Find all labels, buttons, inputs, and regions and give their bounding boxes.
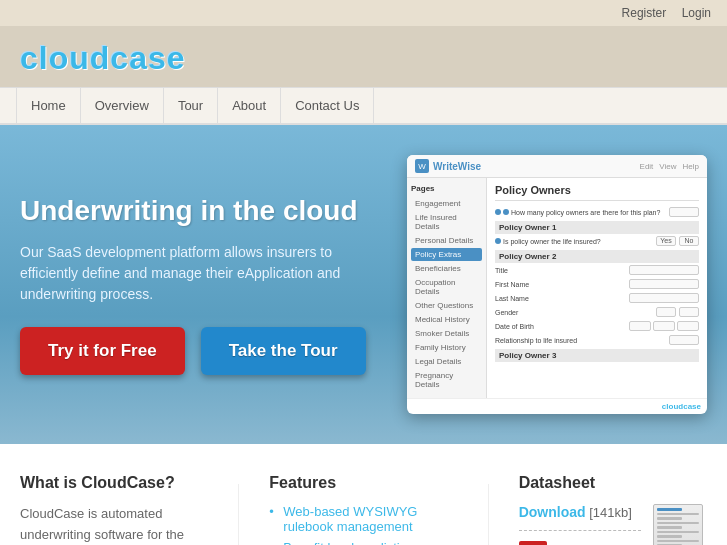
hero-description: Our SaaS development platform allows ins… <box>20 242 387 305</box>
features-title: Features <box>269 474 457 492</box>
thumb-line-8 <box>657 540 699 543</box>
datasheet-thumbnail <box>653 504 703 545</box>
app-field-lname <box>629 293 699 303</box>
sidebar-policy-extras: Policy Extras <box>411 248 482 261</box>
datasheet-download-link[interactable]: Download <box>519 504 586 520</box>
thumb-line-7 <box>657 535 682 538</box>
app-main-title: Policy Owners <box>495 184 699 201</box>
app-row-5: Last Name <box>495 293 699 303</box>
sidebar-life-insured: Life Insured Details <box>411 211 482 233</box>
sidebar-legal: Legal Details <box>411 355 482 368</box>
sidebar-personal: Personal Details <box>411 234 482 247</box>
sidebar-pregnancy: Pregnancy Details <box>411 369 482 391</box>
what-cloudcase-col: What is CloudCase? CloudCase is automate… <box>20 474 208 545</box>
nav-tour[interactable]: Tour <box>164 88 218 123</box>
what-para-1: CloudCase is automated underwriting soft… <box>20 504 208 545</box>
app-row-2: Is policy owner the life insured? Yes No <box>495 236 699 246</box>
sidebar-medical: Medical History <box>411 313 482 326</box>
sidebar-smoker: Smoker Details <box>411 327 482 340</box>
thumb-line-6 <box>657 531 699 534</box>
take-tour-button[interactable]: Take the Tour <box>201 327 366 375</box>
datasheet-main: Download [141kb] PDF Download Acrobat Re… <box>519 504 641 545</box>
app-row-4: First Name <box>495 279 699 289</box>
thumb-line-1 <box>657 508 682 511</box>
divider-1 <box>238 484 239 545</box>
hero-left: Underwriting in the cloud Our SaaS devel… <box>20 194 407 375</box>
thumb-line-5 <box>657 526 682 529</box>
app-row-6: Gender <box>495 307 699 317</box>
app-body: Pages Engagement Life Insured Details Pe… <box>407 178 707 398</box>
divider-2 <box>488 484 489 545</box>
datasheet-divider <box>519 530 641 531</box>
datasheet-acrobat-row: PDF Download Acrobat Reader <box>519 541 641 545</box>
app-section-owner2: Policy Owner 2 <box>495 250 699 263</box>
sidebar-beneficiaries: Beneficiaries <box>411 262 482 275</box>
sidebar-engagement: Engagement <box>411 197 482 210</box>
app-main-content: Policy Owners How many policy owners are… <box>487 178 707 398</box>
datasheet-col: Datasheet Download [141kb] PDF Download … <box>519 474 707 545</box>
app-section-owner3: Policy Owner 3 <box>495 349 699 362</box>
app-row-7: Date of Birth <box>495 321 699 331</box>
nav-home[interactable]: Home <box>16 88 81 123</box>
datasheet-download-row: Download [141kb] <box>519 504 641 520</box>
feature-1: Web-based WYSIWYG rulebook management <box>269 504 457 534</box>
features-col: Features Web-based WYSIWYG rulebook mana… <box>269 474 457 545</box>
app-field-title <box>629 265 699 275</box>
main-nav: Home Overview Tour About Contact Us <box>0 87 727 125</box>
app-field-rel <box>669 335 699 345</box>
content-section: What is CloudCase? CloudCase is automate… <box>0 444 727 545</box>
hero-section: Underwriting in the cloud Our SaaS devel… <box>0 125 727 444</box>
features-list: Web-based WYSIWYG rulebook management Be… <box>269 504 457 545</box>
sidebar-family: Family History <box>411 341 482 354</box>
sidebar-occupation: Occupation Details <box>411 276 482 298</box>
app-sidebar: Pages Engagement Life Insured Details Pe… <box>407 178 487 398</box>
app-section-owner1: Policy Owner 1 <box>495 221 699 234</box>
nav-contact[interactable]: Contact Us <box>281 88 374 123</box>
logo-bar: cloudcase <box>0 26 727 87</box>
datasheet-content: Download [141kb] PDF Download Acrobat Re… <box>519 504 707 545</box>
try-free-button[interactable]: Try it for Free <box>20 327 185 375</box>
app-field-fname <box>629 279 699 289</box>
top-bar: Register Login <box>0 0 727 26</box>
hero-buttons: Try it for Free Take the Tour <box>20 327 387 375</box>
nav-about[interactable]: About <box>218 88 281 123</box>
app-field-owners <box>669 207 699 217</box>
thumb-line-3 <box>657 517 682 520</box>
app-row-8: Relationship to life insured <box>495 335 699 345</box>
writewise-icon: W <box>415 159 429 173</box>
thumb-line-2 <box>657 513 699 516</box>
writewise-name: WriteWise <box>433 161 481 172</box>
nav-overview[interactable]: Overview <box>81 88 164 123</box>
app-row-3: Title <box>495 265 699 275</box>
writewise-header: W WriteWise Edit View Help <box>407 155 707 178</box>
login-link[interactable]: Login <box>682 6 711 20</box>
pdf-icon: PDF <box>519 541 547 545</box>
app-mockup: W WriteWise Edit View Help Pages Engagem… <box>407 155 707 414</box>
register-link[interactable]: Register <box>622 6 667 20</box>
app-row-1: How many policy owners are there for thi… <box>495 207 699 217</box>
what-title: What is CloudCase? <box>20 474 208 492</box>
hero-heading: Underwriting in the cloud <box>20 194 387 228</box>
datasheet-title: Datasheet <box>519 474 707 492</box>
feature-2: Benefit level predictive analysis <box>269 540 457 545</box>
app-screenshot: W WriteWise Edit View Help Pages Engagem… <box>407 155 707 414</box>
datasheet-size: [141kb] <box>589 505 632 520</box>
logo: cloudcase <box>20 40 186 76</box>
app-footer-logo: cloudcase <box>407 398 707 414</box>
sidebar-other: Other Questions <box>411 299 482 312</box>
thumb-line-4 <box>657 522 699 525</box>
